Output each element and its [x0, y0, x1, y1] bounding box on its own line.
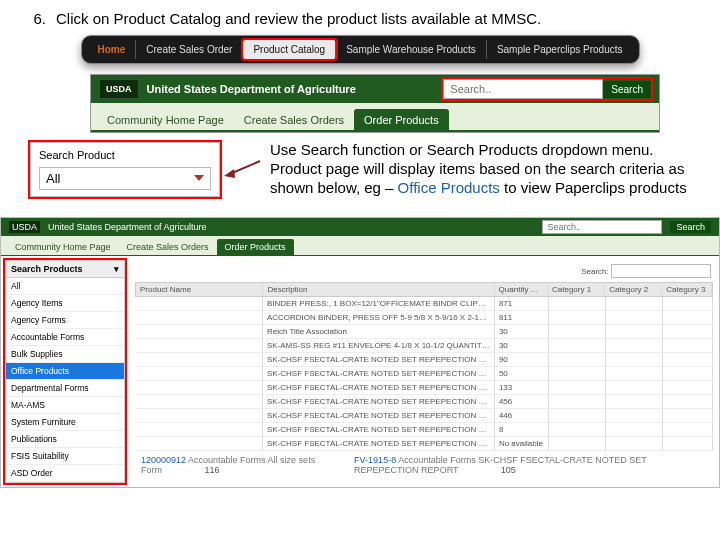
col-quantity[interactable]: Quantity Available	[495, 283, 548, 296]
table-search-input[interactable]	[611, 264, 711, 278]
usda-bar: USDA United States Department of Agricul…	[91, 75, 659, 103]
table-row: SK-CHSF FSECTAL-CRATE NOTED SET REPEPECT…	[135, 409, 713, 423]
table-row: SK-CHSF FSECTAL-CRATE NOTED SET REPEPECT…	[135, 395, 713, 409]
sidebar-item[interactable]: MA-AMS	[6, 397, 124, 414]
usda-bar-small: USDA United States Department of Agricul…	[1, 218, 719, 236]
tab-sample-warehouse[interactable]: Sample Warehouse Products	[336, 40, 487, 59]
step-text: Click on Product Catalog and review the …	[56, 10, 541, 27]
table-row: SK-CHSF FSECTAL-CRATE NOTED SET REPEPECT…	[135, 423, 713, 437]
usda-logo-small: USDA	[9, 221, 40, 233]
col-category1[interactable]: Category 1	[548, 283, 605, 296]
table-row: SK-CHSF FSECTAL-CRATE NOTED SET REPEPECT…	[135, 437, 713, 451]
table-row: SK-AMS-SS REG #11 ENVELOPE 4-1/8 X 10-1/…	[135, 339, 713, 353]
table-row: BINDER PRESS:, 1 BOX=12/1"OFFICEMATE BIN…	[135, 297, 713, 311]
svg-marker-1	[224, 169, 235, 178]
col-category2[interactable]: Category 2	[605, 283, 662, 296]
chevron-down-icon	[194, 175, 204, 181]
col-category3[interactable]: Category 3	[662, 283, 712, 296]
top-tabstrip: Home Create Sales Order Product Catalog …	[81, 35, 640, 64]
search-product-value: All	[46, 171, 60, 186]
col-description[interactable]: Description	[263, 283, 494, 296]
sidebar-item[interactable]: ASD Order	[6, 465, 124, 482]
sidebar-item[interactable]: FSIS Suitability	[6, 448, 124, 465]
search-group: Search	[443, 79, 651, 99]
sidebar-header: Search Products	[11, 264, 83, 274]
usda-title: United States Department of Agriculture	[147, 83, 356, 95]
step-instruction: 6. Click on Product Catalog and review t…	[20, 10, 700, 27]
sidebar-panel: Search Products ▾ AllAgency ItemsAgency …	[5, 260, 125, 483]
svg-line-0	[230, 161, 260, 174]
usda-header-screenshot: USDA United States Department of Agricul…	[90, 74, 660, 133]
sidebar-item[interactable]: Publications	[6, 431, 124, 448]
tab-create-sales-orders[interactable]: Create Sales Orders	[234, 109, 354, 130]
tab-create-small[interactable]: Create Sales Orders	[119, 239, 217, 255]
search-button-small[interactable]: Search	[670, 221, 711, 233]
search-button[interactable]: Search	[603, 81, 651, 98]
chevron-down-icon: ▾	[114, 264, 119, 274]
sidebar-item[interactable]: Departmental Forms	[6, 380, 124, 397]
step-number: 6.	[20, 10, 46, 27]
table-header: Product Name Description Quantity Availa…	[135, 282, 713, 297]
table-row: SK-CHSF FSECTAL-CRATE NOTED SET REPEPECT…	[135, 353, 713, 367]
search-input[interactable]	[443, 79, 603, 99]
tab-home[interactable]: Home	[88, 40, 137, 59]
sidebar-item[interactable]: Agency Items	[6, 295, 124, 312]
instruction-text: Use Search function or Search Products d…	[270, 141, 700, 197]
tab-order-small[interactable]: Order Products	[217, 239, 294, 255]
tab-product-catalog[interactable]: Product Catalog	[243, 40, 336, 59]
col-product-name[interactable]: Product Name	[136, 283, 263, 296]
subnav-tabs-small: Community Home Page Create Sales Orders …	[1, 236, 719, 256]
table-search-label: Search:	[581, 267, 609, 276]
usda-title-small: United States Department of Agriculture	[48, 222, 207, 232]
tab-community-home[interactable]: Community Home Page	[97, 109, 234, 130]
expanded-page-screenshot: USDA United States Department of Agricul…	[0, 217, 720, 488]
subnav-tabs: Community Home Page Create Sales Orders …	[91, 103, 659, 132]
product-link[interactable]: 120000912	[141, 455, 186, 465]
sidebar-item[interactable]: System Furniture	[6, 414, 124, 431]
search-input-small[interactable]	[542, 220, 662, 234]
table-row: ACCORDION BINDER, PRESS OFF 5-9 5/8 X 5-…	[135, 311, 713, 325]
tab-create-sales-order[interactable]: Create Sales Order	[136, 40, 243, 59]
product-link[interactable]: FV-1915-8	[354, 455, 396, 465]
main-area: Search: Product Name Description Quantit…	[129, 256, 719, 487]
table-row: SK-CHSF FSECTAL-CRATE NOTED SET REPEPECT…	[135, 381, 713, 395]
sidebar-item[interactable]: Accountable Forms	[6, 329, 124, 346]
sidebar-item[interactable]: All	[6, 278, 124, 295]
tab-community-small[interactable]: Community Home Page	[7, 239, 119, 255]
callout-arrow-icon	[224, 158, 262, 180]
tab-order-products[interactable]: Order Products	[354, 109, 449, 130]
office-products-link: Office Products	[398, 179, 500, 196]
table-row: Reich Title Association30	[135, 325, 713, 339]
sidebar-item[interactable]: Bulk Supplies	[6, 346, 124, 363]
search-product-label: Search Product	[39, 149, 211, 161]
sidebar-item[interactable]: Office Products	[6, 363, 124, 380]
tab-sample-paperclips[interactable]: Sample Paperclips Products	[487, 40, 633, 59]
sidebar-item[interactable]: Agency Forms	[6, 312, 124, 329]
usda-logo: USDA	[99, 79, 139, 99]
search-product-panel: Search Product All	[30, 142, 220, 197]
search-product-dropdown[interactable]: All	[39, 167, 211, 190]
table-row: SK-CHSF FSECTAL-CRATE NOTED SET REPEPECT…	[135, 367, 713, 381]
